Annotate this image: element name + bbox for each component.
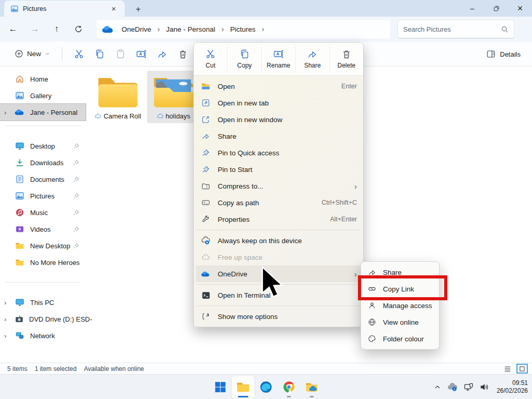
sidebar-item-music[interactable]: Music <box>0 204 86 221</box>
sidebar-item-dvd-drive[interactable]: › DVD Drive (D:) ESD- <box>0 311 86 327</box>
menu-item-always-keep[interactable]: Always keep on this device <box>196 232 361 249</box>
expand-chevron-icon[interactable]: › <box>4 332 11 340</box>
ctx-share-button[interactable]: Share <box>296 46 329 72</box>
menu-item-share[interactable]: Share <box>196 128 361 144</box>
delete-button[interactable] <box>172 45 193 63</box>
submenu-item-label: View online <box>383 318 419 326</box>
sidebar-item-gallery[interactable]: Gallery <box>0 87 86 104</box>
menu-item-label: Pin to Start <box>218 166 357 174</box>
new-tab-button[interactable]: + <box>131 3 145 17</box>
menu-separator <box>197 305 360 306</box>
sidebar-item-pictures[interactable]: Pictures <box>0 188 86 204</box>
music-icon <box>15 208 24 217</box>
submenu-item-label: Manage access <box>383 302 432 310</box>
sidebar-item-downloads[interactable]: Downloads <box>0 154 86 171</box>
breadcrumb-pictures[interactable]: Pictures <box>227 24 259 35</box>
sidebar-item-onedrive-personal[interactable]: › Jane - Personal <box>0 104 86 121</box>
tray-chevron-up-icon[interactable] <box>433 383 442 391</box>
tray-onedrive-icon[interactable] <box>447 381 458 393</box>
menu-item-pin-quick-access[interactable]: Pin to Quick access <box>196 144 361 161</box>
paste-button[interactable] <box>110 45 131 63</box>
sidebar-item-label: Gallery <box>30 92 51 100</box>
gallery-icon <box>15 91 24 100</box>
sidebar-item-home[interactable]: Home <box>0 71 86 87</box>
breadcrumb-onedrive[interactable]: OneDrive <box>118 24 154 35</box>
tray-network-icon[interactable] <box>463 382 474 392</box>
sidebar-item-desktop[interactable]: Desktop <box>0 138 86 154</box>
refresh-button[interactable] <box>70 20 87 38</box>
refresh-icon <box>74 25 83 33</box>
share-button[interactable] <box>152 45 172 63</box>
navigation-pane: Home Gallery › Jane - Personal Desktop D… <box>0 66 86 363</box>
taskbar-file-explorer[interactable] <box>232 376 255 398</box>
selection-count: 1 item selected <box>35 365 77 373</box>
item-count: 5 items <box>7 365 28 373</box>
ctx-action-label: Share <box>304 62 321 69</box>
menu-separator <box>197 230 360 230</box>
folder-tile-camera-roll[interactable]: Camera Roll <box>92 71 144 123</box>
icons-view-icon <box>518 365 526 373</box>
sidebar-item-network[interactable]: › Network <box>0 327 86 344</box>
forward-button[interactable]: → <box>26 20 44 38</box>
ctx-action-label: Rename <box>267 62 290 69</box>
close-button[interactable]: × <box>508 0 532 17</box>
submenu-item-folder-colour[interactable]: Folder colour <box>363 330 437 347</box>
search-box[interactable]: Search Pictures <box>397 20 514 38</box>
taskbar-chrome[interactable] <box>277 376 300 398</box>
tray-volume-icon[interactable] <box>479 382 489 392</box>
taskbar-onedrive-folder[interactable] <box>300 376 323 398</box>
cut-button[interactable] <box>69 45 89 63</box>
menu-item-open[interactable]: Open Enter <box>196 78 361 95</box>
folder-tile-holidays[interactable]: holidays <box>147 71 200 123</box>
pin-icon <box>73 193 79 200</box>
plus-circle-icon <box>15 49 23 58</box>
expand-chevron-icon[interactable]: › <box>4 109 11 116</box>
ctx-delete-button[interactable]: Delete <box>330 46 363 72</box>
menu-item-free-up-space[interactable]: Free up space <box>196 249 361 265</box>
explorer-tab[interactable]: Pictures × <box>4 1 125 17</box>
breadcrumb-account[interactable]: Jane - Personal <box>163 24 219 35</box>
menu-item-copy-as-path[interactable]: Copy as path Ctrl+Shift+C <box>196 194 361 211</box>
menu-item-pin-start[interactable]: Pin to Start <box>196 161 361 178</box>
expand-chevron-icon[interactable]: › <box>4 299 11 307</box>
restore-button[interactable] <box>484 0 508 17</box>
onedrive-submenu: Share Copy Link Manage access View onlin… <box>361 261 440 350</box>
menu-item-properties[interactable]: Properties Alt+Enter <box>196 211 361 228</box>
menu-item-show-more-options[interactable]: Show more options <box>196 308 361 325</box>
list-view-button[interactable] <box>502 364 513 374</box>
tab-close-button[interactable]: × <box>107 3 121 15</box>
back-button[interactable]: ← <box>4 20 22 38</box>
menu-item-open-new-tab[interactable]: Open in new tab <box>196 95 361 111</box>
sidebar-item-videos[interactable]: Videos <box>0 221 86 237</box>
cut-icon <box>205 49 216 59</box>
cloud-icon <box>202 253 210 261</box>
ctx-rename-button[interactable]: Rename <box>262 46 296 72</box>
copy-button[interactable] <box>89 45 110 63</box>
ctx-copy-button[interactable]: Copy <box>228 46 261 72</box>
pictures-tab-icon <box>10 5 19 13</box>
ctx-cut-button[interactable]: Cut <box>194 46 228 72</box>
sidebar-item-no-more-heroes[interactable]: No More Heroes <box>0 254 86 271</box>
sidebar-item-label: Network <box>30 332 55 340</box>
details-button[interactable]: Details <box>486 42 521 66</box>
this-pc-icon <box>15 298 24 307</box>
sidebar-item-documents[interactable]: Documents <box>0 171 86 188</box>
minimize-button[interactable]: – <box>460 0 484 17</box>
person-icon <box>368 301 376 310</box>
icons-view-button[interactable] <box>516 364 528 374</box>
rename-button[interactable] <box>131 45 152 63</box>
sidebar-item-new-desktop[interactable]: New Desktop <box>0 237 86 254</box>
submenu-item-view-online[interactable]: View online <box>363 314 437 330</box>
titlebar: Pictures × + – × <box>0 0 532 17</box>
expand-chevron-icon[interactable]: › <box>4 315 11 323</box>
sidebar-item-label: Music <box>30 209 48 217</box>
sidebar-item-label: New Desktop <box>30 242 70 250</box>
menu-item-compress-to[interactable]: Compress to... › <box>196 178 361 194</box>
taskbar-edge[interactable] <box>255 376 277 398</box>
sidebar-item-this-pc[interactable]: › This PC <box>0 294 86 311</box>
menu-item-open-new-window[interactable]: Open in new window <box>196 111 361 128</box>
start-button[interactable] <box>209 376 232 398</box>
up-button[interactable]: ↑ <box>48 20 65 38</box>
new-button[interactable]: New <box>9 46 56 61</box>
taskbar-clock[interactable]: 09:51 26/02/2026 <box>497 379 528 395</box>
